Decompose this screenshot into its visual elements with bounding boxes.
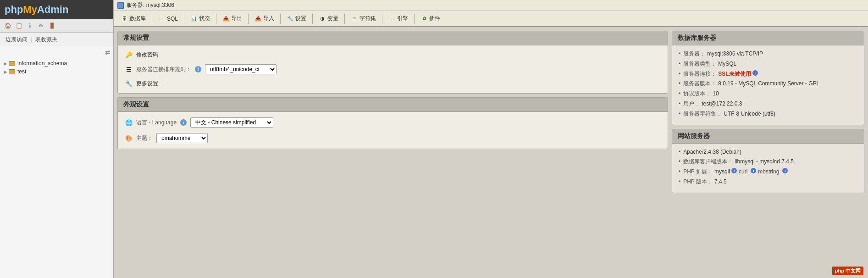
- web-server-apache-val: Apache/2.4.38 (Debian): [683, 148, 741, 156]
- change-password-row: 🔑 修改密码: [125, 51, 660, 59]
- general-settings-header: 常规设置: [118, 31, 668, 45]
- collation-select[interactable]: utf8mb4_unicode_ci: [205, 64, 276, 74]
- web-server-panel: 网站服务器 • Apache/2.4.38 (Debian) • 数据库客户端版…: [672, 129, 864, 193]
- ssl-info-icon[interactable]: i: [752, 70, 758, 76]
- db-server-header: 数据库服务器: [672, 31, 864, 45]
- tb-btn-export[interactable]: 📤 导出: [218, 13, 246, 24]
- toolbar-sep: [344, 14, 345, 24]
- toolbar-sep: [248, 14, 249, 24]
- toolbar-sep: [414, 14, 415, 24]
- db-expand-icon: ▶: [4, 61, 7, 66]
- tb-btn-charset[interactable]: ≣ 字符集: [347, 13, 380, 24]
- tb-btn-engine[interactable]: ≡ 引擎: [384, 13, 412, 24]
- db-server-version-item: • 服务器版本： 8.0.19 - MySQL Community Server…: [679, 80, 857, 88]
- language-icon: 🌐: [125, 119, 133, 126]
- recent-link[interactable]: 近期访问: [4, 35, 29, 44]
- collation-info-icon[interactable]: i: [195, 66, 201, 72]
- db-item-test[interactable]: ▶ test: [0, 67, 113, 76]
- table-icon[interactable]: 📋: [15, 22, 23, 30]
- logo-admin: Admin: [37, 4, 68, 15]
- db-server-item: • 服务器： mysql:3306 via TCP/IP: [679, 50, 857, 58]
- favorites-link[interactable]: 表收藏夹: [33, 35, 59, 44]
- appearance-settings-title: 外观设置: [123, 100, 149, 108]
- info-icon[interactable]: ℹ: [26, 22, 34, 30]
- footer-badge-text: php 中文网: [835, 268, 861, 273]
- web-server-apache-item: • Apache/2.4.38 (Debian): [679, 148, 857, 156]
- change-password-link[interactable]: 修改密码: [136, 51, 158, 59]
- language-info-icon[interactable]: i: [180, 119, 187, 126]
- general-settings-title: 常规设置: [123, 34, 149, 41]
- mbstring-label: mbstring: [758, 168, 779, 176]
- db-icon: [9, 61, 15, 66]
- right-panels: 数据库服务器 • 服务器： mysql:3306 via TCP/IP • 服务…: [672, 31, 864, 274]
- more-settings-link[interactable]: 更多设置: [136, 80, 158, 88]
- mysqli-info-icon[interactable]: i: [731, 168, 737, 173]
- web-server-php-item: • PHP 版本： 7.4.5: [679, 178, 857, 186]
- content-area: 常规设置 🔑 修改密码 ☰ 服务器连接排序规则： i utf8mb4_unico…: [114, 27, 868, 278]
- web-server-php-key: PHP 版本：: [683, 178, 713, 186]
- vars-icon: ◑: [319, 15, 326, 22]
- logo-php: php: [5, 4, 23, 15]
- titlebar: 服务器: mysql:3306: [114, 0, 868, 11]
- db-server-body: • 服务器： mysql:3306 via TCP/IP • 服务器类型： My…: [672, 45, 864, 125]
- tb-label-vars: 变量: [327, 15, 338, 22]
- mbstring-info-icon[interactable]: i: [782, 168, 788, 173]
- tb-label-charset: 字符集: [359, 15, 376, 22]
- server-protocol-val: 10: [713, 90, 719, 98]
- web-server-client-key: 数据库客户端版本：: [683, 158, 733, 166]
- footer-badge: php 中文网: [832, 267, 863, 275]
- server-ssl-val: SSL未被使用: [718, 70, 751, 78]
- general-settings-body: 🔑 修改密码 ☰ 服务器连接排序规则： i utf8mb4_unicode_ci…: [118, 45, 668, 93]
- export-icon: 📤: [222, 15, 230, 22]
- password-icon: 🔑: [125, 51, 133, 59]
- plugins-icon: ✿: [420, 15, 428, 22]
- tb-btn-database[interactable]: 🗄 数据库: [116, 13, 150, 24]
- server-charset-val: UTF-8 Unicode (utf8): [724, 110, 775, 118]
- toolbar-sep: [382, 14, 382, 24]
- server-protocol-key: 协议版本：: [683, 90, 711, 98]
- sidebar-expand: ⇄: [0, 47, 113, 57]
- server-type-key: 服务器类型：: [683, 60, 716, 68]
- gear-icon[interactable]: ⚙: [37, 22, 45, 30]
- collation-label: 服务器连接排序规则：: [136, 66, 191, 73]
- engine-icon: ≡: [388, 15, 396, 22]
- tb-btn-status[interactable]: 📊 状态: [186, 13, 214, 24]
- exit-icon[interactable]: 🚪: [48, 22, 56, 30]
- titlebar-icon: [117, 2, 124, 9]
- db-server-user-item: • 用户： test@172.22.0.3: [679, 100, 857, 108]
- web-server-title: 网站服务器: [678, 132, 710, 139]
- db-server-type-item: • 服务器类型： MySQL: [679, 60, 857, 68]
- database-icon: 🗄: [121, 15, 128, 22]
- settings-icon: 🔧: [287, 15, 294, 22]
- home-icon[interactable]: 🏠: [4, 22, 12, 30]
- theme-select[interactable]: pmahomme: [156, 133, 208, 143]
- status-icon: 📊: [190, 15, 198, 22]
- tb-label-database: 数据库: [129, 15, 146, 22]
- tb-btn-import[interactable]: 📥 导入: [250, 13, 278, 24]
- appearance-settings-header: 外观设置: [118, 98, 668, 112]
- server-charset-key: 服务器字符集：: [683, 110, 722, 118]
- db-name: information_schema: [17, 60, 67, 67]
- server-type-val: MySQL: [718, 60, 736, 68]
- web-server-ext-item: • PHP 扩展： mysqli i curl i mbstring i: [679, 168, 857, 176]
- web-server-client-item: • 数据库客户端版本： libmysql - mysqlnd 7.4.5: [679, 158, 857, 166]
- db-server-protocol-item: • 协议版本： 10: [679, 90, 857, 98]
- server-ssl-key: 服务器连接：: [683, 70, 716, 78]
- collation-row: ☰ 服务器连接排序规则： i utf8mb4_unicode_ci: [125, 64, 660, 74]
- db-server-panel: 数据库服务器 • 服务器： mysql:3306 via TCP/IP • 服务…: [672, 31, 864, 125]
- language-select[interactable]: 中文 - Chinese simplified: [190, 117, 273, 128]
- mysqli-val: mysqli: [714, 168, 730, 176]
- tb-label-status: 状态: [199, 15, 210, 22]
- tb-btn-sql[interactable]: ≡ SQL: [154, 13, 182, 24]
- collation-icon: ☰: [125, 66, 133, 73]
- db-name: test: [17, 68, 26, 75]
- tb-btn-settings[interactable]: 🔧 设置: [282, 13, 310, 24]
- server-version-val: 8.0.19 - MySQL Community Server - GPL: [718, 80, 819, 88]
- tb-btn-vars[interactable]: ◑ 变量: [315, 13, 343, 24]
- tb-btn-plugins[interactable]: ✿ 插件: [416, 13, 444, 24]
- appearance-settings-body: 🌐 语言 - Language i 中文 - Chinese simplifie…: [118, 112, 668, 149]
- curl-info-icon[interactable]: i: [751, 168, 756, 173]
- server-user-val: test@172.22.0.3: [702, 100, 742, 108]
- db-item-information-schema[interactable]: ▶ information_schema: [0, 59, 113, 67]
- tb-label-import: 导入: [263, 15, 274, 22]
